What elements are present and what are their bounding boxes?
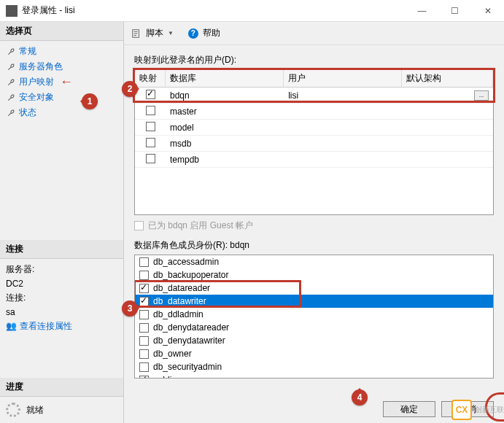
role-name: db_backupoperator [153,270,228,280]
schema-cell [402,142,493,145]
col-user: 用户 [284,70,402,87]
map-checkbox[interactable] [146,154,155,163]
watermark-text: 创新互联 [475,405,504,415]
progress-status: 就绪 [26,404,44,416]
map-checkbox[interactable] [146,106,155,115]
role-name: db_denydatawriter [153,335,225,346]
annotation-3: 3 [122,300,138,317]
progress-spinner-icon [6,403,20,417]
nav-item-2[interactable]: 用户映射← [0,74,123,90]
script-button[interactable]: 脚本 [146,27,163,39]
role-row[interactable]: db_datawriter [135,295,493,308]
left-panel: 选择页 常规服务器角色用户映射←安全对象状态 连接 服务器: DC2 连接: s… [0,22,124,423]
role-name: db_datawriter [153,296,206,306]
server-value: DC2 [6,279,117,289]
browse-button[interactable]: ... [474,90,489,101]
role-row[interactable]: db_ddladmin [135,308,493,321]
nav-label: 安全对象 [19,91,54,104]
user-cell [284,142,402,145]
role-row[interactable]: db_denydatawriter [135,334,493,347]
nav-label: 服务器角色 [19,61,63,73]
right-panel: 脚本 ▼ ? 帮助 映射到此登录名的用户(D): 映射 数据库 用户 默认架构 … [124,22,504,423]
grid-row[interactable]: tempdb [135,152,493,168]
role-row[interactable]: public [135,373,493,379]
col-map: 映射 [135,70,166,87]
grid-row[interactable]: msdb [135,136,493,152]
role-row[interactable]: db_datareader [135,282,493,295]
nav-label: 状态 [19,106,36,119]
maximize-button[interactable]: ☐ [438,0,471,22]
role-checkbox[interactable] [139,376,149,379]
role-list[interactable]: db_accessadmindb_backupoperatordb_datare… [134,255,494,379]
role-checkbox[interactable] [139,284,149,293]
progress-header: 进度 [0,378,123,397]
schema-cell: ... [402,89,493,102]
annotation-1: 1 [82,93,98,109]
role-checkbox[interactable] [139,336,149,346]
map-checkbox[interactable] [146,122,155,131]
wrench-icon [6,77,16,88]
user-cell [284,158,402,161]
role-checkbox[interactable] [139,271,149,280]
view-connection-props-link[interactable]: 查看连接属性 [20,321,72,331]
title-bar: 登录属性 - lisi — ☐ ✕ [0,0,504,22]
user-cell: lisi [284,89,402,102]
nav-item-0[interactable]: 常规 [0,44,123,59]
close-button[interactable]: ✕ [471,0,504,22]
help-icon: ? [188,28,198,39]
server-label: 服务器: [6,263,117,276]
nav-item-1[interactable]: 服务器角色 [0,59,123,74]
ok-button[interactable]: 确定 [383,401,435,417]
schema-cell [402,126,493,129]
db-cell: master [166,105,284,118]
role-name: db_accessadmin [153,257,219,267]
role-checkbox[interactable] [139,349,149,359]
role-checkbox[interactable] [139,297,149,306]
wrench-icon [6,47,16,57]
script-dropdown-icon[interactable]: ▼ [168,30,174,36]
nav-item-4[interactable]: 状态 [0,105,123,120]
app-icon [6,5,18,17]
user-mapping-grid[interactable]: 映射 数据库 用户 默认架构 bdqnlisi...mastermodelmsd… [134,69,494,215]
nav-item-3[interactable]: 安全对象 [0,90,123,105]
schema-cell [402,110,493,113]
role-checkbox[interactable] [139,257,149,267]
db-cell: model [166,121,284,134]
col-db: 数据库 [166,70,284,87]
role-row[interactable]: db_accessadmin [135,255,493,268]
conn-value: sa [6,307,117,317]
connection-props-icon: 👥 [6,321,16,331]
annotation-4: 4 [352,389,368,405]
help-button[interactable]: 帮助 [203,27,220,39]
grid-row[interactable]: model [135,120,493,136]
role-row[interactable]: db_securityadmin [135,360,493,373]
map-checkbox[interactable] [146,138,155,147]
role-checkbox[interactable] [139,323,149,333]
role-row[interactable]: db_denydatareader [135,321,493,334]
mapped-users-label: 映射到此登录名的用户(D): [134,54,494,66]
user-cell [284,126,402,129]
db-cell: tempdb [166,153,284,166]
nav-label: 常规 [19,45,36,58]
role-name: db_securityadmin [153,362,222,372]
red-arrow-icon: ← [60,74,73,90]
role-checkbox[interactable] [139,362,149,372]
conn-label: 连接: [6,292,117,304]
grid-row[interactable]: bdqnlisi... [135,88,493,104]
role-row[interactable]: db_owner [135,347,493,360]
window-title: 登录属性 - lisi [22,4,406,17]
annotation-2: 2 [122,81,138,97]
guest-checkbox [134,221,144,230]
grid-row[interactable]: master [135,104,493,120]
wrench-icon [6,108,16,118]
role-row[interactable]: db_backupoperator [135,268,493,282]
map-checkbox[interactable] [146,90,155,99]
db-cell: msdb [166,137,284,150]
role-name: db_owner [153,349,192,359]
user-cell [284,110,402,113]
role-name: db_ddladmin [153,309,203,319]
role-name: db_denydatareader [153,322,229,333]
minimize-button[interactable]: — [406,0,438,22]
select-page-header: 选择页 [0,22,123,41]
watermark: CX 创新互联 [451,400,504,420]
